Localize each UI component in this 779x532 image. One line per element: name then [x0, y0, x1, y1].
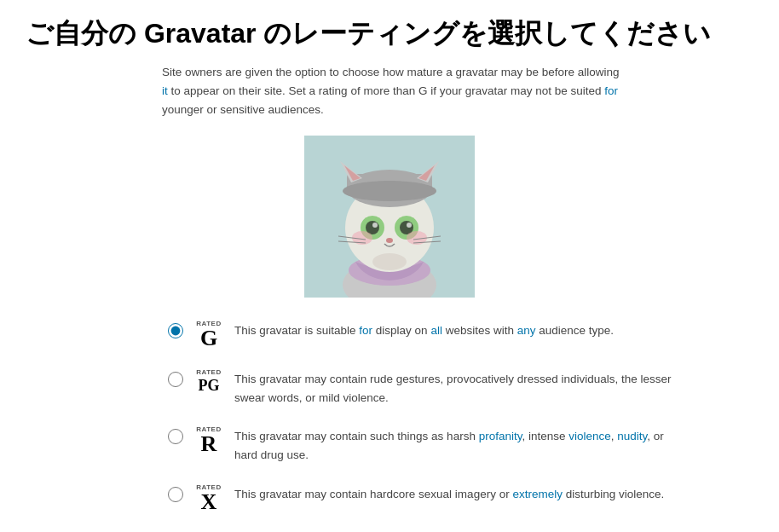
page-description: Site owners are given the option to choo…: [162, 63, 622, 119]
rating-radio-x[interactable]: [168, 487, 183, 502]
highlight-for: for: [604, 84, 618, 97]
rating-radio-g[interactable]: [168, 323, 183, 338]
rating-badge-r: rated R: [193, 425, 224, 455]
rating-badge-x: rated X: [193, 483, 224, 513]
rating-option-pg: rated PG This gravatar may contain rude …: [168, 367, 679, 407]
hl-violence: violence: [568, 430, 611, 442]
hl-for: for: [359, 324, 372, 337]
svg-point-15: [372, 223, 378, 228]
rating-letter-r: R: [201, 433, 217, 455]
rated-label-pg: rated: [196, 368, 221, 376]
rating-desc-r: This gravatar may contain such things as…: [234, 427, 679, 464]
rating-radio-r[interactable]: [168, 429, 183, 444]
rating-option-x: rated X This gravatar may contain hardco…: [168, 482, 679, 513]
rating-radio-pg[interactable]: [168, 372, 183, 387]
rating-badge-g: rated G: [193, 320, 224, 350]
svg-point-10: [343, 181, 436, 201]
hl-profanity: profanity: [479, 430, 522, 442]
svg-point-16: [407, 223, 412, 228]
rating-letter-x: X: [201, 491, 217, 513]
page-title: ご自分の Gravatar のレーティングを選択してください: [26, 17, 753, 49]
rating-letter-g: G: [200, 327, 217, 350]
rating-option-g: rated G This gravatar is suitable for di…: [168, 318, 679, 350]
rating-badge-pg: rated PG: [193, 368, 224, 393]
svg-point-24: [372, 253, 407, 270]
highlight-it: it: [162, 84, 168, 97]
avatar-svg: [304, 136, 475, 298]
svg-point-17: [386, 238, 393, 243]
hl-all: all: [430, 324, 442, 337]
hl-any: any: [517, 324, 536, 337]
hl-extremely: extremely: [512, 488, 563, 500]
avatar-container: [26, 136, 753, 298]
avatar-image: [304, 136, 475, 298]
hl-nudity: nudity: [617, 430, 647, 442]
rating-desc-x: This gravatar may contain hardcore sexua…: [234, 485, 679, 504]
rating-option-r: rated R This gravatar may contain such t…: [168, 424, 679, 464]
rating-desc-g: This gravatar is suitable for display on…: [234, 321, 679, 340]
ratings-section: rated G This gravatar is suitable for di…: [100, 318, 679, 512]
rating-letter-pg: PG: [199, 378, 220, 393]
rating-desc-pg: This gravatar may contain rude gestures,…: [234, 370, 679, 407]
